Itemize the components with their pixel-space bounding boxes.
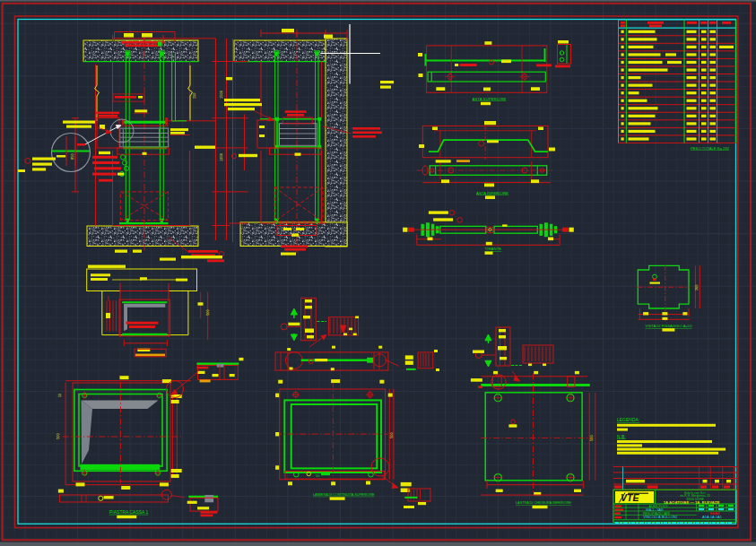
svg-text:250: 250 <box>193 93 196 99</box>
svg-text:LEGENDA:: LEGENDA: <box>617 417 639 422</box>
svg-text:ASTA SUPERIORE: ASTA SUPERIORE <box>473 97 507 101</box>
svg-text:VINCOLI A BULLONI: VINCOLI A BULLONI <box>643 515 677 519</box>
svg-text:VTE: VTE <box>621 492 639 503</box>
svg-text:500: 500 <box>589 435 594 441</box>
svg-text:PIASTRA CASSA 1: PIASTRA CASSA 1 <box>109 509 149 515</box>
svg-text:50: 50 <box>316 474 319 478</box>
svg-text:A1A.1A.1A1: A1A.1A.1A1 <box>702 515 723 519</box>
svg-text:260: 260 <box>695 285 699 290</box>
svg-text:1500: 1500 <box>219 90 223 99</box>
svg-text:500: 500 <box>56 433 60 439</box>
svg-text:VISTA DI FISSAGGIO A=10: VISTA DI FISSAGGIO A=10 <box>646 324 693 328</box>
svg-text:500: 500 <box>389 432 394 438</box>
svg-text:50: 50 <box>58 394 62 397</box>
svg-text:PESO TOTALE Kg 282: PESO TOTALE Kg 282 <box>691 146 730 151</box>
svg-text:N.B:: N.B: <box>617 434 626 439</box>
svg-text:500: 500 <box>205 309 210 316</box>
svg-text:LASTRA DI CHIUSURA INFERIORE: LASTRA DI CHIUSURA INFERIORE <box>516 501 571 505</box>
svg-text:ASTA INFERIORE: ASTA INFERIORE <box>476 191 508 195</box>
svg-text:850: 850 <box>70 153 74 160</box>
svg-text:LAMIERA DI CONTINUITA SUPERIOR: LAMIERA DI CONTINUITA SUPERIORE <box>313 493 375 497</box>
svg-text:TIRANTE: TIRANTE <box>485 247 502 251</box>
svg-text:1200: 1200 <box>219 152 223 161</box>
